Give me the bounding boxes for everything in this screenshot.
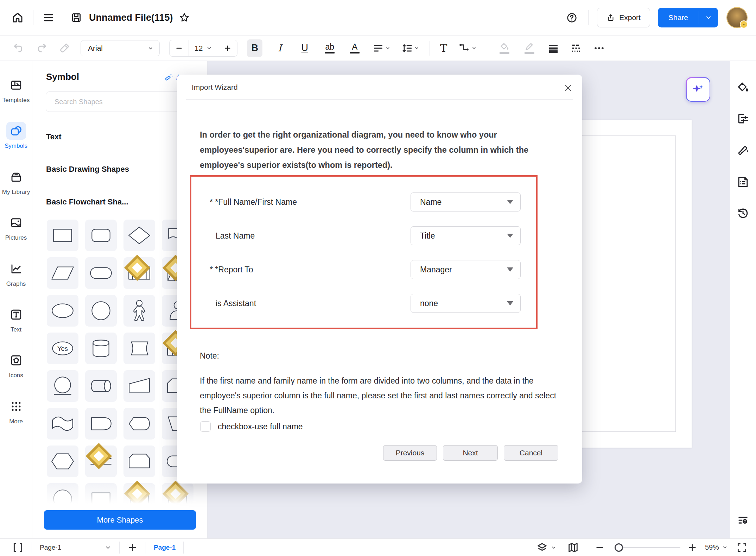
italic-button[interactable]: I: [272, 39, 287, 57]
highlight-button[interactable]: ab: [322, 39, 337, 57]
shape-tile-wave[interactable]: [47, 408, 78, 440]
line-spacing-button[interactable]: [401, 42, 420, 55]
use-full-name-checkbox-row[interactable]: checkbox-use full name: [200, 421, 303, 432]
shape-tile-dlines[interactable]: [85, 446, 117, 477]
sidebar-item-label: More: [1, 418, 32, 425]
history-button[interactable]: [735, 205, 751, 221]
cancel-button[interactable]: Cancel: [504, 445, 558, 461]
fill-color-button[interactable]: [497, 39, 512, 57]
underline-button[interactable]: U: [297, 39, 312, 57]
avatar[interactable]: ▾: [727, 8, 747, 27]
shape-tile-circleline[interactable]: [47, 370, 78, 402]
zoom-in-button[interactable]: [686, 541, 699, 554]
zoom-slider[interactable]: [615, 547, 680, 548]
shape-tile-rect[interactable]: [47, 220, 78, 251]
home-button[interactable]: [9, 9, 26, 26]
last-name-select[interactable]: Title: [411, 226, 521, 245]
export-button[interactable]: Export: [597, 8, 650, 27]
outline-settings-button[interactable]: [735, 512, 751, 529]
shape-tile-predef[interactable]: [123, 257, 155, 289]
line-style-button[interactable]: [570, 42, 583, 55]
is-assistant-select[interactable]: none: [411, 294, 521, 313]
previous-button[interactable]: Previous: [383, 445, 437, 461]
connector-button[interactable]: [457, 42, 477, 55]
shape-tile-yes[interactable]: Yes: [47, 333, 78, 364]
shape-tile-rtrap[interactable]: [123, 370, 155, 402]
shape-tile-cylinder[interactable]: [85, 333, 117, 364]
section-header-basic-drawing[interactable]: Basic Drawing Shapes: [33, 165, 129, 174]
highlight-icon: ab: [325, 43, 335, 51]
share-dropdown[interactable]: [699, 8, 718, 27]
sidebar-item-label: My Library: [1, 189, 32, 196]
text-tool-button[interactable]: T: [439, 42, 448, 54]
sidebar-item-label: Icons: [1, 372, 32, 379]
shape-tile-roundrect[interactable]: [85, 220, 117, 251]
connector-icon: [458, 42, 470, 54]
shape-tile-display[interactable]: [123, 408, 155, 440]
shape-tile-ellipse[interactable]: [47, 295, 78, 327]
line-weight-button[interactable]: [547, 42, 560, 55]
sidebar-item-text[interactable]: Text: [0, 306, 32, 333]
fill-style-button[interactable]: [735, 80, 751, 96]
dialog-close-button[interactable]: [563, 82, 574, 94]
help-button[interactable]: [564, 10, 580, 26]
zoom-level-dropdown[interactable]: 59%: [704, 542, 729, 553]
sidebar-item-my-library[interactable]: My Library: [0, 168, 32, 196]
sidebar-item-symbols[interactable]: Symbols: [0, 122, 32, 150]
style-brush-button[interactable]: [735, 142, 751, 158]
notes-button[interactable]: [735, 174, 751, 190]
font-color-button[interactable]: A: [347, 39, 362, 57]
pages-panel-button[interactable]: [11, 540, 25, 555]
chevron-down-icon: [414, 45, 419, 51]
shape-tile-delay[interactable]: [85, 408, 117, 440]
line-color-button[interactable]: [522, 39, 537, 57]
ai-assistant-button[interactable]: [686, 77, 710, 102]
more-shapes-button[interactable]: More Shapes: [44, 510, 196, 530]
next-button[interactable]: Next: [443, 445, 498, 461]
shape-tile-hexagon[interactable]: [47, 446, 78, 477]
report-to-select[interactable]: Manager: [411, 260, 521, 279]
shape-tile-stadium[interactable]: [85, 257, 117, 289]
share-button[interactable]: Share: [658, 8, 718, 27]
shape-tile-person[interactable]: [123, 295, 155, 327]
shape-tile-diamond[interactable]: [123, 220, 155, 251]
shape-tile-circle[interactable]: [85, 295, 117, 327]
shape-tile-cutrect[interactable]: [123, 446, 155, 477]
sidebar-item-pictures[interactable]: Pictures: [0, 214, 32, 241]
sidebar-item-graphs[interactable]: Graphs: [0, 260, 32, 288]
fullscreen-button[interactable]: [735, 541, 749, 555]
chevron-down-icon: [385, 45, 390, 51]
shape-tile-parallelogram[interactable]: [47, 257, 78, 289]
section-header-text[interactable]: Text: [33, 132, 62, 141]
add-page-button[interactable]: [126, 541, 139, 554]
format-painter-button[interactable]: [58, 42, 71, 55]
sidebar-item-icons[interactable]: Icons: [0, 352, 32, 379]
layers-button[interactable]: [535, 540, 558, 555]
page-select-dropdown[interactable]: Page-1: [38, 542, 113, 553]
zoom-slider-knob[interactable]: [615, 543, 623, 552]
font-size-decrease-button[interactable]: [170, 40, 189, 56]
shape-tile-curtain[interactable]: [123, 333, 155, 364]
sidebar-item-more[interactable]: More: [0, 398, 32, 425]
save-button[interactable]: [69, 10, 84, 25]
font-size-select[interactable]: 12: [189, 40, 218, 56]
more-tools-button[interactable]: [592, 42, 606, 55]
align-button[interactable]: [372, 42, 391, 55]
zoom-out-button[interactable]: [593, 541, 606, 554]
map-navigator-button[interactable]: [566, 540, 580, 555]
redo-button[interactable]: [35, 42, 48, 55]
shape-tile-hcyl[interactable]: [85, 370, 117, 402]
font-size-increase-button[interactable]: [218, 40, 237, 56]
page-tab-page-1[interactable]: Page-1: [152, 542, 177, 553]
full-name-select[interactable]: Name: [411, 192, 521, 211]
bold-button[interactable]: B: [247, 39, 262, 57]
search-shapes-input[interactable]: [46, 91, 197, 112]
undo-button[interactable]: [12, 42, 25, 55]
menu-button[interactable]: [40, 10, 57, 26]
sidebar-item-templates[interactable]: Templates: [0, 76, 32, 104]
page-settings-button[interactable]: [735, 110, 751, 127]
section-header-basic-flowchart[interactable]: Basic Flowchart Sha...: [33, 197, 128, 207]
checkbox[interactable]: [200, 421, 211, 432]
font-family-select[interactable]: Arial: [81, 40, 160, 56]
favorite-button[interactable]: [177, 10, 192, 25]
